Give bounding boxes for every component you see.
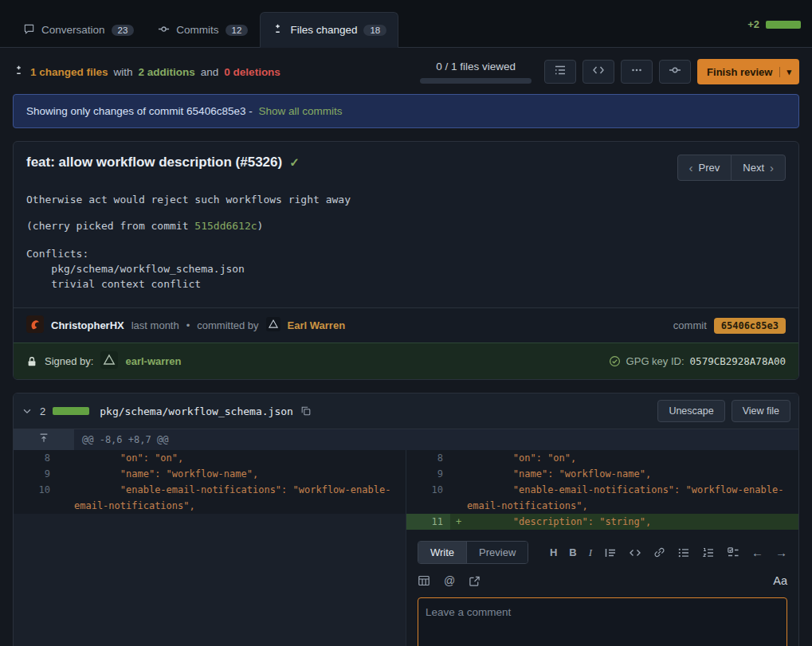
commit-icon	[158, 23, 170, 37]
conflict-file: pkg/schema/workflow_schema.json	[26, 261, 786, 276]
new-line-marker	[450, 482, 467, 514]
old-line-number[interactable]: 10	[14, 482, 57, 514]
new-line-number[interactable]: 10	[406, 482, 450, 514]
code-icon[interactable]	[629, 546, 641, 559]
lock-icon	[26, 356, 37, 367]
preview-tab[interactable]: Preview	[466, 542, 528, 563]
expand-hunk-button[interactable]	[14, 429, 74, 450]
verified-icon	[609, 355, 621, 367]
text-size-icon[interactable]: Aa	[773, 574, 787, 587]
comment-toolbar-row: Write Preview H B I ← →	[418, 541, 787, 564]
comment-toolbar-row2: @ Aa	[418, 574, 787, 587]
new-line-number[interactable]: 8	[406, 450, 450, 466]
summary-text: and	[201, 66, 219, 78]
tab-commits[interactable]: Commits 12	[146, 12, 260, 48]
diff-line-count: 2	[40, 405, 45, 417]
pr-tab-bar: Conversation 23 Commits 12 Files changed…	[0, 0, 812, 48]
diff-file-header: 2 pkg/schema/workflow_schema.json Unesca…	[14, 393, 798, 429]
swap-arrows-icon	[592, 64, 605, 80]
commit-filter-banner: Showing only changes of commit 65406c85e…	[13, 94, 799, 128]
hunk-header-row: @@ -8,6 +8,7 @@	[14, 429, 798, 450]
commit-message-line: Otherwise act would reject such workflow…	[26, 194, 786, 206]
meta-dot: •	[186, 319, 190, 331]
file-tree-toggle-button[interactable]	[544, 60, 576, 84]
table-icon[interactable]	[418, 574, 430, 587]
finish-review-label: Finish review	[707, 66, 772, 78]
commit-message-body: Otherwise act would reject such workflow…	[14, 187, 798, 307]
commit-sha-badge[interactable]: 65406c85e3	[714, 318, 786, 334]
pull-request-files-page: Conversation 23 Commits 12 Files changed…	[0, 0, 812, 646]
committer-name-link[interactable]: Earl Warren	[288, 319, 346, 331]
mention-icon[interactable]: @	[444, 574, 455, 587]
old-line-number[interactable]: 8	[14, 450, 57, 466]
gpg-key-value: 0579CB2928A78A00	[690, 355, 786, 367]
next-commit-button[interactable]: Next›	[731, 155, 786, 181]
diff-icon	[272, 23, 284, 37]
files-viewed-progress	[420, 78, 532, 84]
link-icon[interactable]	[653, 546, 665, 558]
new-line-marker	[450, 450, 467, 466]
cherry-commit-link[interactable]: 515dd6612c	[194, 220, 257, 232]
old-line-marker	[57, 466, 74, 482]
view-file-button[interactable]: View file	[732, 400, 790, 422]
commit-icon	[669, 64, 681, 80]
additions-count: 2 additions	[139, 66, 195, 78]
commit-options-button[interactable]	[659, 60, 691, 84]
signer-link[interactable]: earl-warren	[125, 355, 181, 367]
old-line-code: "on": "on",	[74, 450, 406, 466]
diff-file-panel: 2 pkg/schema/workflow_schema.json Unesca…	[13, 393, 799, 646]
task-list-icon[interactable]	[727, 546, 739, 559]
collapse-file-button[interactable]	[22, 405, 33, 417]
commit-header: feat: allow workflow description (#5326)…	[14, 142, 798, 187]
author-avatar[interactable]	[26, 315, 44, 335]
finish-review-button[interactable]: Finish review ▾	[697, 59, 799, 84]
cherry-pick-line: (cherry picked from commit 515dd6612c)	[26, 220, 786, 232]
commit-sha-block: commit 65406c85e3	[673, 318, 786, 334]
old-line-number[interactable]: 9	[14, 466, 57, 482]
copy-filename-button[interactable]	[300, 405, 312, 417]
chevron-right-icon: ›	[770, 161, 774, 174]
ellipsis-icon	[630, 64, 643, 80]
undo-icon[interactable]: ←	[751, 546, 763, 559]
diff-stat-bar-global	[766, 21, 801, 29]
bullet-list-icon[interactable]	[677, 546, 690, 559]
quote-icon[interactable]	[604, 546, 617, 559]
new-line-number[interactable]: 11	[406, 514, 450, 530]
more-options-button[interactable]	[621, 60, 653, 84]
old-line-code: "name": "workflow-name",	[74, 466, 406, 482]
conversation-count-badge: 23	[112, 25, 135, 36]
author-name-link[interactable]: ChristopherHX	[51, 319, 124, 331]
commit-time: last month	[131, 319, 179, 331]
unescape-button[interactable]: Unescape	[657, 400, 724, 422]
write-tab[interactable]: Write	[418, 542, 466, 563]
cherry-suffix: )	[257, 220, 264, 232]
comment-textarea[interactable]	[418, 597, 787, 646]
files-count-badge: 18	[363, 25, 386, 36]
diff-summary: 1 changed files with 2 additions and 0 d…	[13, 65, 280, 79]
tab-label: Conversation	[41, 24, 105, 36]
changed-files-link[interactable]: 1 changed files	[30, 66, 108, 78]
heading-icon[interactable]: H	[550, 546, 557, 558]
commit-title-row: feat: allow workflow description (#5326)…	[26, 155, 300, 170]
tab-conversation[interactable]: Conversation 23	[11, 12, 146, 48]
new-line-number[interactable]: 9	[406, 466, 450, 482]
reference-icon[interactable]	[469, 575, 481, 587]
added-line-code: "description": "string",	[467, 514, 798, 530]
redo-icon[interactable]: →	[775, 546, 787, 559]
tab-label: Files changed	[290, 24, 357, 36]
bold-icon[interactable]: B	[569, 546, 576, 558]
hunk-header-text: @@ -8,6 +8,7 @@	[74, 429, 798, 450]
prev-commit-button[interactable]: ‹Prev	[677, 155, 732, 181]
new-line-code: "enable-email-notifications": "workflow-…	[467, 482, 798, 514]
signer-avatar[interactable]	[100, 351, 118, 371]
show-all-commits-link[interactable]: Show all commits	[258, 105, 342, 117]
italic-icon[interactable]: I	[589, 546, 592, 559]
new-line-marker	[450, 466, 467, 482]
commit-pager: ‹Prev Next›	[677, 155, 786, 181]
added-line-marker: +	[450, 514, 467, 530]
committer-avatar[interactable]	[266, 317, 280, 334]
tab-files-changed[interactable]: Files changed 18	[260, 12, 398, 48]
deletions-count: 0 deletions	[224, 66, 280, 78]
diff-view-options-button[interactable]	[583, 60, 614, 84]
numbered-list-icon[interactable]	[702, 546, 715, 559]
